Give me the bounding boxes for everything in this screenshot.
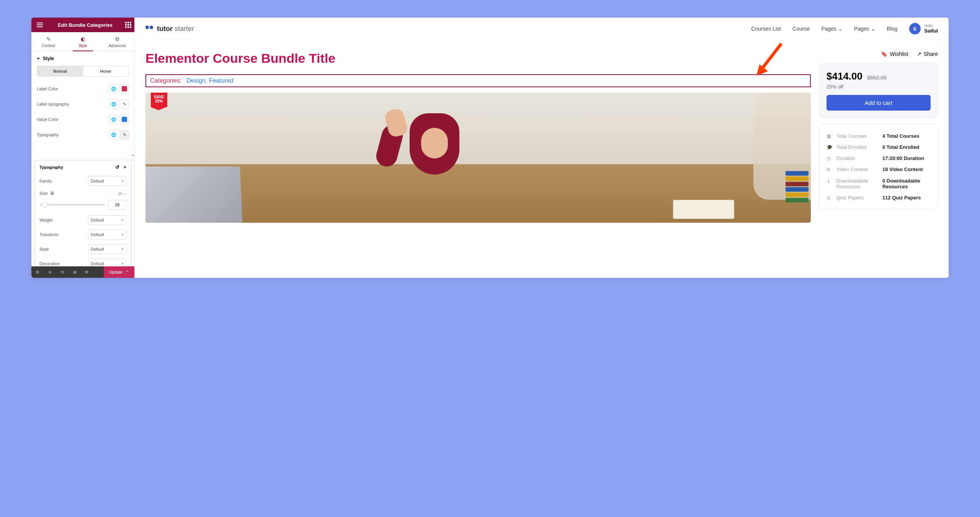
popover-title: Typography bbox=[39, 165, 63, 170]
clock-icon: ◷ bbox=[826, 155, 833, 161]
action-links: 🔖Wishlist ↗Share bbox=[819, 51, 938, 57]
category-link-design[interactable]: Design bbox=[186, 77, 206, 84]
save-ribbon: SAVE 25% bbox=[151, 93, 167, 107]
nav-blog[interactable]: Blog bbox=[887, 26, 898, 32]
quiz-icon: ◎ bbox=[826, 195, 833, 201]
preview-area: tutor starter Courses List Course Pages … bbox=[135, 18, 949, 278]
menu-icon[interactable] bbox=[34, 23, 45, 27]
control-value-color: Value Color 🌐 bbox=[31, 112, 134, 127]
add-to-cart-button[interactable]: Add to cart bbox=[826, 95, 931, 111]
state-normal[interactable]: Normal bbox=[37, 66, 83, 76]
meta-row-courses: ▦Total Courses4 Total Courses bbox=[826, 130, 931, 142]
app-frame: Edit Bundle Categories ✎Content ◐Style ⚙… bbox=[31, 18, 949, 278]
add-icon[interactable]: + bbox=[123, 164, 126, 170]
responsive-mode-icon[interactable]: 🖥 bbox=[68, 270, 80, 274]
caret-down-icon bbox=[37, 58, 40, 60]
preview-eye-icon[interactable]: 👁 bbox=[80, 270, 93, 274]
categories-box: Categories: Design, Featured bbox=[145, 74, 811, 87]
price-discount: 25% off bbox=[826, 84, 931, 90]
nav-courses-list[interactable]: Courses List bbox=[751, 26, 781, 32]
family-select[interactable]: Default▾ bbox=[88, 176, 126, 186]
main-nav: Courses List Course Pages ⌄ Pages ⌄ Blog bbox=[751, 26, 897, 32]
chevron-down-icon: ⌄ bbox=[123, 191, 126, 196]
download-icon: ⤓ bbox=[826, 178, 833, 184]
bookmark-icon: 🔖 bbox=[881, 51, 887, 57]
control-label-typography: Label typography 🌐 ✎ bbox=[31, 96, 134, 112]
typography-popover: Typography ↺ + Family Default▾ Size 🖥 px… bbox=[34, 160, 131, 266]
history-icon[interactable]: ⟲ bbox=[56, 270, 68, 275]
share-button[interactable]: ↗Share bbox=[917, 51, 938, 57]
chevron-up-icon: ⌃ bbox=[126, 270, 129, 275]
style-select[interactable]: Default▾ bbox=[88, 244, 126, 254]
nav-pages-2[interactable]: Pages ⌄ bbox=[854, 26, 875, 32]
meta-row-download: ⤓Downloadable Resources0 Downloadable Re… bbox=[826, 175, 931, 192]
globe-icon[interactable]: 🌐 bbox=[109, 115, 118, 124]
site-logo[interactable]: tutor starter bbox=[145, 25, 194, 33]
meta-card: ▦Total Courses4 Total Courses 🎓Total Enr… bbox=[819, 124, 938, 210]
size-input[interactable] bbox=[108, 200, 126, 210]
transform-select[interactable]: Default▾ bbox=[88, 230, 126, 240]
chevron-down-icon: ▾ bbox=[122, 218, 124, 222]
collapse-sidebar-icon[interactable]: ◂ bbox=[131, 150, 135, 160]
state-hover[interactable]: Hover bbox=[83, 66, 129, 76]
responsive-icon[interactable]: 🖥 bbox=[50, 191, 54, 196]
contrast-icon: ◐ bbox=[66, 36, 100, 42]
edit-pencil-icon[interactable]: ✎ bbox=[120, 130, 129, 139]
price-current: $414.00 bbox=[826, 70, 862, 82]
sidebar-title: Edit Bundle Categories bbox=[45, 22, 125, 28]
navigator-icon[interactable]: ≋ bbox=[44, 270, 56, 275]
video-icon: ⧉ bbox=[826, 166, 833, 173]
page-content: Elementor Course Bundle Title Categories… bbox=[135, 40, 949, 233]
reset-icon[interactable]: ↺ bbox=[115, 164, 119, 170]
globe-icon[interactable]: 🌐 bbox=[109, 130, 118, 139]
hero-image: SAVE 25% bbox=[145, 93, 811, 223]
graduation-icon: 🎓 bbox=[826, 144, 833, 150]
state-toggle: Normal Hover bbox=[37, 66, 129, 77]
meta-row-duration: ◷Duration17:20:00 Duration bbox=[826, 153, 931, 164]
decoration-select[interactable]: Default▾ bbox=[88, 259, 126, 266]
section-style[interactable]: Style bbox=[31, 51, 134, 66]
widgets-grid-icon[interactable] bbox=[125, 22, 131, 28]
panel-body: Style Normal Hover Label Color 🌐 Label t… bbox=[31, 51, 134, 266]
meta-row-quiz: ◎Quiz Papers112 Quiz Papers bbox=[826, 192, 931, 203]
meta-row-video: ⧉Video Content18 Video Content bbox=[826, 164, 931, 175]
globe-icon[interactable]: 🌐 bbox=[109, 84, 118, 93]
meta-row-enrolled: 🎓Total Enrolled0 Total Enrolled bbox=[826, 142, 931, 153]
chevron-down-icon: ▾ bbox=[122, 179, 124, 183]
user-menu[interactable]: S Hello Saiful bbox=[909, 23, 938, 34]
weight-select[interactable]: Default▾ bbox=[88, 215, 126, 225]
category-link-featured[interactable]: Featured bbox=[209, 77, 234, 84]
price-original: $552.00 bbox=[867, 75, 887, 81]
settings-icon[interactable]: ⚙ bbox=[31, 270, 44, 275]
chevron-down-icon: ⌄ bbox=[871, 26, 875, 32]
chevron-down-icon: ⌄ bbox=[838, 26, 843, 32]
nav-pages-1[interactable]: Pages ⌄ bbox=[821, 26, 843, 32]
control-label-color: Label Color 🌐 bbox=[31, 81, 134, 96]
owl-icon bbox=[145, 26, 154, 32]
sidebar-header: Edit Bundle Categories bbox=[31, 18, 134, 32]
nav-course[interactable]: Course bbox=[792, 26, 810, 32]
chevron-down-icon: ▾ bbox=[122, 247, 124, 251]
size-slider[interactable] bbox=[39, 204, 105, 205]
panel-tabs: ✎Content ◐Style ⚙Advanced bbox=[31, 32, 134, 51]
update-button[interactable]: Update ⌃ bbox=[104, 266, 134, 278]
tab-advanced[interactable]: ⚙Advanced bbox=[100, 32, 134, 51]
bundle-title: Elementor Course Bundle Title bbox=[145, 51, 811, 66]
price-card: $414.00 $552.00 25% off Add to cart bbox=[819, 63, 938, 118]
share-icon: ↗ bbox=[917, 51, 921, 57]
book-icon: ▦ bbox=[826, 133, 833, 139]
color-swatch-blue[interactable] bbox=[120, 115, 129, 124]
chevron-down-icon: ▾ bbox=[122, 262, 124, 266]
edit-pencil-icon[interactable]: ✎ bbox=[120, 99, 129, 109]
globe-icon[interactable]: 🌐 bbox=[109, 99, 118, 109]
unit-select[interactable]: px ⌄ bbox=[118, 191, 126, 196]
color-swatch-red[interactable] bbox=[120, 84, 129, 93]
sidebar-footer: ⚙ ≋ ⟲ 🖥 👁 Update ⌃ bbox=[31, 266, 134, 278]
tab-content[interactable]: ✎Content bbox=[31, 32, 66, 51]
site-header: tutor starter Courses List Course Pages … bbox=[135, 18, 949, 40]
tab-style[interactable]: ◐Style bbox=[66, 32, 100, 51]
wishlist-button[interactable]: 🔖Wishlist bbox=[881, 51, 908, 57]
control-typography: Typography 🌐 ✎ bbox=[31, 127, 134, 142]
chevron-down-icon: ▾ bbox=[122, 233, 124, 236]
pencil-icon: ✎ bbox=[31, 36, 66, 42]
